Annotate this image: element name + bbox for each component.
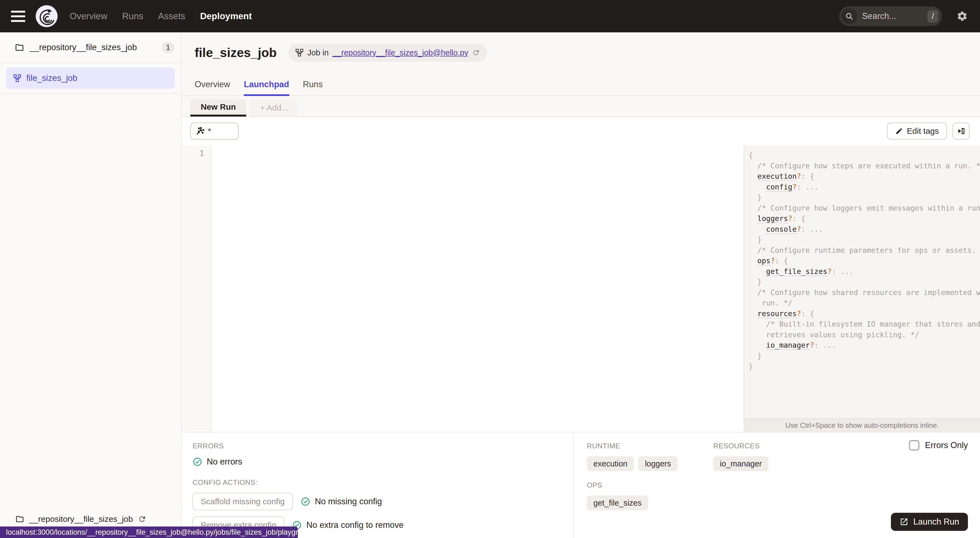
check-circle-icon (301, 497, 310, 506)
job-tabs: OverviewLaunchpadRuns (195, 80, 980, 96)
tab-new-run[interactable]: New Run (190, 99, 246, 116)
run-preview-section: RUNTIME executionloggers OPS get_file_si… (574, 433, 980, 538)
tab-launchpad[interactable]: Launchpad (244, 80, 289, 96)
editor-gutter: 1 (181, 145, 212, 432)
tag-io_manager[interactable]: io_manager (713, 456, 768, 471)
schema-line: ops?: { (749, 256, 980, 266)
schema-line: loggers?: { (749, 213, 980, 224)
folder-icon (15, 43, 24, 52)
launchpad-session-strip: New Run + Add... (181, 96, 980, 117)
search-icon (841, 8, 857, 24)
no-errors-status: No errors (192, 457, 573, 467)
job-context-pill: Job in __repository__file_sizes_job@hell… (288, 44, 487, 62)
nav-item-deployment[interactable]: Deployment (200, 11, 252, 21)
job-graph-icon (13, 74, 21, 82)
nav-item-overview[interactable]: Overview (70, 11, 108, 21)
left-sidebar: __repository__file_sizes_job 1 file_size… (0, 32, 181, 538)
config-action-row: Scaffold missing configNo missing config (192, 493, 573, 510)
sidebar-job-file_sizes_job[interactable]: file_sizes_job (6, 67, 175, 89)
pencil-icon (895, 127, 903, 135)
schema-line: run. */ (749, 298, 980, 309)
job-list: file_sizes_job (0, 63, 181, 94)
nav-item-runs[interactable]: Runs (122, 11, 143, 21)
expand-panel-button[interactable] (953, 123, 970, 140)
tab-overview[interactable]: Overview (195, 80, 230, 96)
schema-line: io_manager?: ... (749, 340, 980, 351)
launch-icon (900, 517, 908, 526)
runtime-group: RUNTIME executionloggers OPS get_file_si… (587, 442, 678, 510)
repo-header[interactable]: __repository__file_sizes_job 1 (0, 32, 181, 63)
bottom-panel: ERRORS No errors CONFIG ACTIONS: Scaffol… (181, 432, 980, 538)
repo-name: __repository__file_sizes_job (30, 43, 137, 53)
tag-loggers[interactable]: loggers (638, 456, 678, 471)
reload-icon[interactable] (472, 49, 480, 56)
job-context-prefix: Job in (307, 48, 328, 57)
op-selector-icon (196, 127, 205, 135)
check-circle-icon (192, 457, 202, 467)
errors-only-checkbox[interactable] (909, 440, 920, 450)
schema-line: } (749, 351, 980, 361)
schema-line: } (749, 277, 980, 287)
page-title: file_sizes_job (195, 45, 277, 60)
status-url-text: localhost:3000/locations/__repository__f… (6, 528, 315, 536)
status-url-bar: localhost:3000/locations/__repository__f… (0, 527, 298, 538)
schema-line: get_file_sizes?: ... (749, 266, 980, 277)
config-actions-label: CONFIG ACTIONS: (192, 478, 573, 487)
reload-repo-icon[interactable] (138, 515, 146, 523)
schema-line: retrieves values using pickling. */ (749, 329, 980, 340)
action-status-text: No extra config to remove (306, 520, 404, 530)
nav-item-assets[interactable]: Assets (158, 11, 185, 21)
schema-line: } (749, 234, 980, 245)
launch-run-button[interactable]: Launch Run (891, 513, 968, 531)
job-header: file_sizes_job Job in __repository__file… (181, 32, 980, 96)
launchpad-toolbar: * Edit tags (181, 117, 980, 145)
schema-code: { /* Configure how steps are executed wi… (744, 145, 980, 418)
tag-execution[interactable]: execution (587, 456, 634, 471)
schema-line: { (749, 150, 980, 161)
resources-label: RESOURCES (713, 442, 768, 450)
editor-split: 1 { /* Configure how steps are executed … (181, 145, 980, 432)
action-status: No missing config (301, 497, 382, 506)
op-selector-input[interactable]: * (190, 123, 239, 140)
tag-get_file_sizes[interactable]: get_file_sizes (587, 495, 648, 510)
ops-tags: get_file_sizes (587, 495, 678, 510)
edit-tags-button[interactable]: Edit tags (887, 123, 947, 140)
search-shortcut-key: / (928, 10, 938, 22)
resources-group: RESOURCES io_manager (713, 442, 768, 510)
config-editor[interactable] (212, 145, 744, 432)
top-nav: OverviewRunsAssetsDeployment Search... / (0, 0, 980, 32)
scaffold-missing-config-button[interactable]: Scaffold missing config (192, 493, 293, 510)
search-input[interactable]: Search... / (839, 6, 942, 26)
line-number: 1 (199, 149, 204, 158)
schema-line: execution?: { (749, 171, 980, 182)
schema-line: resources?: { (749, 309, 980, 319)
settings-gear-icon[interactable] (956, 10, 968, 22)
schema-line: config?: ... (749, 182, 980, 193)
search-placeholder: Search... (862, 11, 923, 21)
schema-line: /* Configure how loggers emit messages w… (749, 203, 980, 213)
errors-only-label: Errors Only (925, 440, 968, 450)
schema-line: /* Configure runtime parameters for ops … (749, 245, 980, 256)
job-graph-icon (295, 49, 304, 57)
errors-only-control: Errors Only (909, 440, 968, 450)
nav-links: OverviewRunsAssetsDeployment (70, 11, 252, 21)
schema-line: /* Configure how steps are executed with… (749, 161, 980, 171)
job-count-badge: 1 (162, 42, 174, 53)
job-name: file_sizes_job (26, 73, 77, 83)
add-session-tab[interactable]: + Add... (251, 99, 298, 116)
config-schema-panel: { /* Configure how steps are executed wi… (744, 145, 980, 432)
play-panel-icon (957, 127, 965, 135)
tab-runs[interactable]: Runs (303, 80, 323, 96)
launch-run-label: Launch Run (913, 517, 959, 527)
sidebar-footer-repo[interactable]: __repository__file_sizes_job (15, 514, 146, 524)
errors-status-text: No errors (207, 457, 242, 467)
folder-icon (15, 515, 24, 524)
dagster-logo-icon[interactable] (35, 2, 59, 30)
menu-icon[interactable] (11, 11, 26, 22)
repo-location-link[interactable]: __repository__file_sizes_job@hello.py (332, 48, 468, 57)
schema-line: } (749, 361, 980, 372)
autocomplete-hint: Use Ctrl+Space to show auto-completions … (744, 418, 980, 432)
runtime-tags: executionloggers (587, 456, 678, 471)
errors-section: ERRORS No errors CONFIG ACTIONS: Scaffol… (181, 433, 573, 538)
resources-tags: io_manager (713, 456, 768, 471)
